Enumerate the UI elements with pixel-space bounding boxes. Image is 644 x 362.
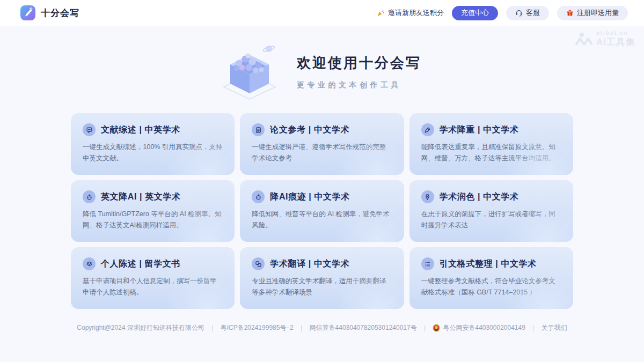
- card-paper-reference[interactable]: 论文参考 | 中文学术 一键生成逻辑严谨、遵循学术写作规范的完整学术论文参考: [240, 113, 404, 175]
- top-header: 十分会写 邀请新朋友送积分 充值中心 客服: [0, 0, 644, 26]
- card-personal-statement[interactable]: 个人陈述 | 留学文书 基于申请项目和个人信息定制，撰写一份留学申请个人陈述初稿…: [71, 247, 235, 309]
- robot-icon: [83, 190, 96, 203]
- card-title: 论文参考 | 中文学术: [270, 124, 349, 136]
- card-reduce-ai-traces[interactable]: 降AI痕迹 | 中文学术 降低知网、维普等平台的 AI 检测率，避免学术风险。: [240, 180, 404, 242]
- card-description: 基于申请项目和个人信息定制，撰写一份留学申请个人陈述初稿。: [83, 276, 223, 298]
- document-icon: [252, 123, 265, 136]
- card-title: 个人陈述 | 留学文书: [101, 258, 180, 270]
- ai-bot-watermark: ai-bot.cn AI工具集: [575, 30, 635, 48]
- card-reduce-duplication[interactable]: 学术降重 | 中文学术 能降低表达重复率，且精准保留原文原意。知网、维普、万方、…: [409, 113, 573, 175]
- card-description: 在忠于原义的前提下，进行扩写或者缩写，同时提升学术表达: [421, 209, 561, 231]
- feature-card-grid: 文献综述 | 中英学术 一键生成文献综述，100% 引用真实观点，支持中英文文献…: [71, 113, 573, 309]
- copyright-text: Copyright@2024 深圳好行知远科技有限公司: [77, 323, 204, 333]
- card-academic-polish[interactable]: 学术润色 | 中文学术 在忠于原义的前提下，进行扩写或者缩写，同时提升学术表达: [409, 180, 573, 242]
- brand-logo-icon: [20, 5, 35, 20]
- card-title: 学术降重 | 中文学术: [440, 124, 519, 136]
- gongan-link[interactable]: 粤公网安备44030002004149: [433, 323, 525, 333]
- invite-friends-link[interactable]: 邀请新朋友送积分: [377, 8, 444, 18]
- card-title: 学术润色 | 中文学术: [440, 191, 519, 203]
- card-academic-translation[interactable]: 学术翻译 | 中文学术 专业且准确的英文学术翻译，适用于摘要翻译等多种学术翻译场…: [240, 247, 404, 309]
- footer: Copyright@2024 深圳好行知远科技有限公司 ｜ 粤ICP备20241…: [0, 323, 644, 333]
- wangxin-text: 网信算备440304078205301240017号: [310, 323, 417, 333]
- card-description: 能降低表达重复率，且精准保留原文原意。知网、维普、万方、格子达等主流平台均适用。: [421, 142, 561, 164]
- cube-illustration: [223, 44, 276, 100]
- translate-icon: [252, 257, 265, 270]
- card-description: 一键生成文献综述，100% 引用真实观点，支持中英文文献。: [83, 142, 223, 164]
- ai-bot-logo-icon: [575, 32, 593, 46]
- card-title: 引文格式整理 | 中文学术: [440, 258, 537, 270]
- brand[interactable]: 十分会写: [20, 5, 79, 20]
- gift-icon: [566, 9, 574, 17]
- party-popper-icon: [377, 9, 385, 17]
- icp-link[interactable]: 粤ICP备2024199985号–2: [221, 323, 294, 333]
- card-title: 英文降AI | 英文学术: [101, 191, 181, 203]
- card-literature-review[interactable]: 文献综述 | 中英学术 一键生成文献综述，100% 引用真实观点，支持中英文文献…: [71, 113, 235, 175]
- brush-icon: [421, 190, 434, 203]
- watermark-title: AI工具集: [596, 36, 635, 48]
- register-bonus-button[interactable]: 注册即送用量: [557, 6, 628, 20]
- card-title: 文献综述 | 中英学术: [101, 124, 180, 136]
- about-us-link[interactable]: 关于我们: [541, 323, 567, 333]
- police-badge-icon: [433, 324, 440, 332]
- card-description: 降低知网、维普等平台的 AI 检测率，避免学术风险。: [252, 209, 392, 231]
- list-icon: [421, 257, 434, 270]
- card-description: 专业且准确的英文学术翻译，适用于摘要翻译等多种学术翻译场景: [252, 276, 392, 298]
- headset-icon: [515, 9, 523, 17]
- card-description: 一键整理参考文献格式，符合毕业论文参考文献格式标准（国标 GB/T 7714–2…: [421, 276, 561, 298]
- layers-icon: [83, 257, 96, 270]
- customer-service-button[interactable]: 客服: [506, 6, 549, 20]
- brand-name: 十分会写: [41, 7, 79, 19]
- page-title: 欢迎使用十分会写: [297, 54, 421, 72]
- card-citation-format[interactable]: 引文格式整理 | 中文学术 一键整理参考文献格式，符合毕业论文参考文献格式标准（…: [409, 247, 573, 309]
- card-title: 降AI痕迹 | 中文学术: [270, 191, 350, 203]
- chat-bubble-icon: [83, 123, 96, 136]
- card-title: 学术翻译 | 中文学术: [270, 258, 349, 270]
- recharge-center-button[interactable]: 充值中心: [452, 6, 498, 20]
- hero-section: 欢迎使用十分会写 更专业的文本创作工具: [0, 44, 644, 100]
- card-description: 一键生成逻辑严谨、遵循学术写作规范的完整学术论文参考: [252, 142, 392, 164]
- page-subtitle: 更专业的文本创作工具: [297, 80, 421, 90]
- watermark-url: ai-bot.cn: [596, 30, 635, 36]
- pen-icon: [421, 123, 434, 136]
- card-english-reduce-ai[interactable]: 英文降AI | 英文学术 降低 Tumitin/GPTZero 等平台的 AI …: [71, 180, 235, 242]
- robot-icon: [252, 190, 265, 203]
- card-description: 降低 Tumitin/GPTZero 等平台的 AI 检测率。知网、格子达英文A…: [83, 209, 223, 231]
